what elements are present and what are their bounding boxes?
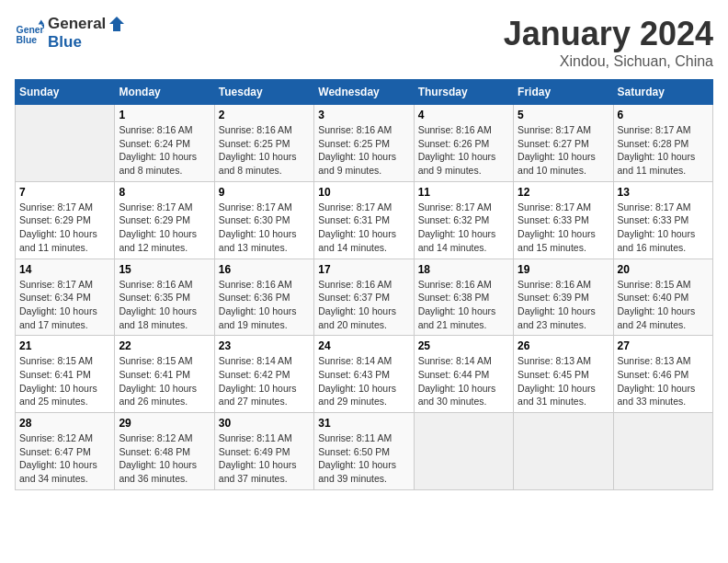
day-number: 25 xyxy=(418,339,509,352)
day-number: 21 xyxy=(19,339,110,352)
day-number: 8 xyxy=(119,186,210,199)
logo-arrow-icon xyxy=(108,15,126,33)
day-number: 29 xyxy=(119,417,210,430)
day-info: Sunrise: 8:16 AMSunset: 6:26 PMDaylight:… xyxy=(418,123,509,178)
calendar-cell: 8Sunrise: 8:17 AMSunset: 6:29 PMDaylight… xyxy=(115,181,214,259)
day-info: Sunrise: 8:17 AMSunset: 6:34 PMDaylight:… xyxy=(19,278,110,332)
calendar-cell: 19Sunrise: 8:16 AMSunset: 6:39 PMDayligh… xyxy=(514,259,613,336)
calendar-cell: 28Sunrise: 8:12 AMSunset: 6:47 PMDayligh… xyxy=(16,413,115,490)
svg-text:Blue: Blue xyxy=(17,35,38,45)
day-number: 12 xyxy=(518,186,609,199)
day-number: 19 xyxy=(518,263,609,276)
calendar-cell: 23Sunrise: 8:14 AMSunset: 6:42 PMDayligh… xyxy=(214,336,313,413)
calendar-cell: 14Sunrise: 8:17 AMSunset: 6:34 PMDayligh… xyxy=(16,259,115,336)
calendar-cell: 12Sunrise: 8:17 AMSunset: 6:33 PMDayligh… xyxy=(514,181,613,259)
day-number: 1 xyxy=(119,109,210,121)
logo: General Blue General Blue xyxy=(15,15,126,52)
calendar-cell: 26Sunrise: 8:13 AMSunset: 6:45 PMDayligh… xyxy=(514,336,613,413)
day-number: 13 xyxy=(618,186,709,199)
calendar-cell: 2Sunrise: 8:16 AMSunset: 6:25 PMDaylight… xyxy=(214,105,313,182)
calendar-cell: 7Sunrise: 8:17 AMSunset: 6:29 PMDaylight… xyxy=(16,181,115,259)
day-number: 30 xyxy=(219,417,310,430)
day-info: Sunrise: 8:14 AMSunset: 6:42 PMDaylight:… xyxy=(219,354,310,408)
day-number: 27 xyxy=(618,339,709,352)
day-info: Sunrise: 8:12 AMSunset: 6:47 PMDaylight:… xyxy=(19,431,110,486)
calendar-cell: 17Sunrise: 8:16 AMSunset: 6:37 PMDayligh… xyxy=(314,259,414,336)
calendar-cell: 29Sunrise: 8:12 AMSunset: 6:48 PMDayligh… xyxy=(115,413,214,490)
weekday-header-tuesday: Tuesday xyxy=(214,80,313,105)
day-info: Sunrise: 8:16 AMSunset: 6:35 PMDaylight:… xyxy=(119,278,210,332)
weekday-header-wednesday: Wednesday xyxy=(314,80,414,105)
calendar-cell: 30Sunrise: 8:11 AMSunset: 6:49 PMDayligh… xyxy=(214,413,313,490)
day-info: Sunrise: 8:16 AMSunset: 6:36 PMDaylight:… xyxy=(219,278,310,332)
calendar-cell xyxy=(414,413,513,490)
calendar-week-row: 21Sunrise: 8:15 AMSunset: 6:41 PMDayligh… xyxy=(16,336,713,413)
calendar-cell: 13Sunrise: 8:17 AMSunset: 6:33 PMDayligh… xyxy=(613,181,712,259)
day-info: Sunrise: 8:12 AMSunset: 6:48 PMDaylight:… xyxy=(119,431,210,486)
day-number: 16 xyxy=(219,263,310,276)
calendar-cell: 10Sunrise: 8:17 AMSunset: 6:31 PMDayligh… xyxy=(314,181,414,259)
day-number: 4 xyxy=(418,109,509,121)
day-info: Sunrise: 8:17 AMSunset: 6:32 PMDaylight:… xyxy=(418,201,509,255)
calendar-table: SundayMondayTuesdayWednesdayThursdayFrid… xyxy=(15,79,713,490)
page-header: General Blue General Blue January 2024 X… xyxy=(15,15,713,70)
day-info: Sunrise: 8:16 AMSunset: 6:39 PMDaylight:… xyxy=(518,278,609,332)
calendar-cell: 20Sunrise: 8:15 AMSunset: 6:40 PMDayligh… xyxy=(613,259,712,336)
day-number: 2 xyxy=(219,109,310,121)
svg-text:General: General xyxy=(17,25,44,35)
weekday-header-row: SundayMondayTuesdayWednesdayThursdayFrid… xyxy=(16,80,713,105)
day-info: Sunrise: 8:13 AMSunset: 6:46 PMDaylight:… xyxy=(618,354,709,408)
day-number: 17 xyxy=(318,263,409,276)
title-block: January 2024 Xindou, Sichuan, China xyxy=(504,15,713,70)
day-number: 7 xyxy=(19,186,110,199)
day-number: 15 xyxy=(119,263,210,276)
day-info: Sunrise: 8:15 AMSunset: 6:40 PMDaylight:… xyxy=(618,278,709,332)
calendar-week-row: 14Sunrise: 8:17 AMSunset: 6:34 PMDayligh… xyxy=(16,259,713,336)
calendar-cell: 11Sunrise: 8:17 AMSunset: 6:32 PMDayligh… xyxy=(414,181,513,259)
day-number: 31 xyxy=(318,417,409,430)
day-info: Sunrise: 8:17 AMSunset: 6:29 PMDaylight:… xyxy=(19,201,110,255)
day-number: 6 xyxy=(618,109,709,121)
calendar-cell: 16Sunrise: 8:16 AMSunset: 6:36 PMDayligh… xyxy=(214,259,313,336)
svg-marker-2 xyxy=(39,20,44,25)
calendar-cell xyxy=(613,413,712,490)
day-info: Sunrise: 8:17 AMSunset: 6:28 PMDaylight:… xyxy=(618,123,709,178)
weekday-header-monday: Monday xyxy=(115,80,214,105)
calendar-cell xyxy=(16,105,115,182)
day-info: Sunrise: 8:15 AMSunset: 6:41 PMDaylight:… xyxy=(19,354,110,408)
calendar-cell: 6Sunrise: 8:17 AMSunset: 6:28 PMDaylight… xyxy=(613,105,712,182)
day-number: 18 xyxy=(418,263,509,276)
calendar-cell xyxy=(514,413,613,490)
day-number: 26 xyxy=(518,339,609,352)
day-info: Sunrise: 8:17 AMSunset: 6:30 PMDaylight:… xyxy=(219,201,310,255)
day-info: Sunrise: 8:14 AMSunset: 6:43 PMDaylight:… xyxy=(318,354,409,408)
location-subtitle: Xindou, Sichuan, China xyxy=(504,53,713,70)
calendar-week-row: 28Sunrise: 8:12 AMSunset: 6:47 PMDayligh… xyxy=(16,413,713,490)
day-info: Sunrise: 8:16 AMSunset: 6:25 PMDaylight:… xyxy=(219,123,310,178)
day-info: Sunrise: 8:11 AMSunset: 6:50 PMDaylight:… xyxy=(318,431,409,486)
day-info: Sunrise: 8:17 AMSunset: 6:33 PMDaylight:… xyxy=(618,201,709,255)
day-info: Sunrise: 8:14 AMSunset: 6:44 PMDaylight:… xyxy=(418,354,509,408)
day-info: Sunrise: 8:16 AMSunset: 6:24 PMDaylight:… xyxy=(119,123,210,178)
day-number: 9 xyxy=(219,186,310,199)
weekday-header-saturday: Saturday xyxy=(613,80,712,105)
day-number: 5 xyxy=(518,109,609,121)
calendar-cell: 22Sunrise: 8:15 AMSunset: 6:41 PMDayligh… xyxy=(115,336,214,413)
day-number: 11 xyxy=(418,186,509,199)
calendar-cell: 1Sunrise: 8:16 AMSunset: 6:24 PMDaylight… xyxy=(115,105,214,182)
day-info: Sunrise: 8:17 AMSunset: 6:33 PMDaylight:… xyxy=(518,201,609,255)
day-number: 28 xyxy=(19,417,110,430)
day-number: 22 xyxy=(119,339,210,352)
calendar-cell: 21Sunrise: 8:15 AMSunset: 6:41 PMDayligh… xyxy=(16,336,115,413)
calendar-week-row: 1Sunrise: 8:16 AMSunset: 6:24 PMDaylight… xyxy=(16,105,713,182)
day-info: Sunrise: 8:17 AMSunset: 6:27 PMDaylight:… xyxy=(518,123,609,178)
logo-general: General xyxy=(48,15,106,33)
day-number: 3 xyxy=(318,109,409,121)
day-number: 10 xyxy=(318,186,409,199)
day-info: Sunrise: 8:11 AMSunset: 6:49 PMDaylight:… xyxy=(219,431,310,486)
day-info: Sunrise: 8:15 AMSunset: 6:41 PMDaylight:… xyxy=(119,354,210,408)
day-info: Sunrise: 8:16 AMSunset: 6:25 PMDaylight:… xyxy=(318,123,409,178)
calendar-cell: 24Sunrise: 8:14 AMSunset: 6:43 PMDayligh… xyxy=(314,336,414,413)
month-title: January 2024 xyxy=(504,15,713,53)
calendar-cell: 18Sunrise: 8:16 AMSunset: 6:38 PMDayligh… xyxy=(414,259,513,336)
